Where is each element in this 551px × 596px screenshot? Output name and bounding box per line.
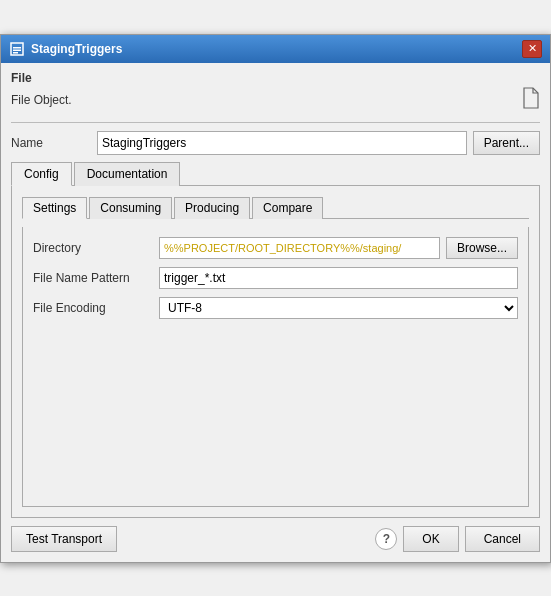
section-desc-text: File Object. <box>11 93 72 107</box>
tab-documentation[interactable]: Documentation <box>74 162 181 186</box>
config-tab-content: Settings Consuming Producing Compare Dir… <box>11 186 540 518</box>
window-icon <box>9 41 25 57</box>
window-title: StagingTriggers <box>31 42 122 56</box>
ok-button[interactable]: OK <box>403 526 458 552</box>
filename-pattern-input[interactable] <box>159 267 518 289</box>
test-transport-button[interactable]: Test Transport <box>11 526 117 552</box>
parent-button[interactable]: Parent... <box>473 131 540 155</box>
tab-producing[interactable]: Producing <box>174 197 250 219</box>
window-body: File File Object. Name Parent... Config … <box>1 63 550 562</box>
name-input[interactable] <box>97 131 467 155</box>
directory-row: Directory Browse... <box>33 237 518 259</box>
inner-tabs: Settings Consuming Producing Compare <box>22 196 529 219</box>
svg-rect-2 <box>13 49 21 51</box>
help-button[interactable]: ? <box>375 528 397 550</box>
filename-pattern-row: File Name Pattern <box>33 267 518 289</box>
directory-input[interactable] <box>159 237 440 259</box>
filename-pattern-label: File Name Pattern <box>33 271 153 285</box>
settings-content: Directory Browse... File Name Pattern Fi… <box>22 227 529 507</box>
cancel-button[interactable]: Cancel <box>465 526 540 552</box>
browse-button[interactable]: Browse... <box>446 237 518 259</box>
file-encoding-row: File Encoding UTF-8 UTF-16 ISO-8859-1 AS… <box>33 297 518 319</box>
section-header: File <box>11 71 540 85</box>
name-label: Name <box>11 136 91 150</box>
file-encoding-select[interactable]: UTF-8 UTF-16 ISO-8859-1 ASCII <box>159 297 518 319</box>
outer-tabs: Config Documentation <box>11 161 540 186</box>
section-description: File Object. <box>11 87 540 114</box>
tab-config[interactable]: Config <box>11 162 72 186</box>
directory-label: Directory <box>33 241 153 255</box>
name-row: Name Parent... <box>11 131 540 155</box>
bottom-row: Test Transport ? OK Cancel <box>11 526 540 552</box>
main-window: StagingTriggers ✕ File File Object. Name… <box>0 34 551 563</box>
svg-rect-3 <box>13 52 18 54</box>
tab-consuming[interactable]: Consuming <box>89 197 172 219</box>
bottom-right-buttons: ? OK Cancel <box>375 526 540 552</box>
title-bar: StagingTriggers ✕ <box>1 35 550 63</box>
divider-top <box>11 122 540 123</box>
svg-rect-1 <box>13 47 21 49</box>
tab-compare[interactable]: Compare <box>252 197 323 219</box>
file-encoding-label: File Encoding <box>33 301 153 315</box>
close-button[interactable]: ✕ <box>522 40 542 58</box>
tab-settings[interactable]: Settings <box>22 197 87 219</box>
title-bar-left: StagingTriggers <box>9 41 122 57</box>
file-icon <box>522 87 540 114</box>
